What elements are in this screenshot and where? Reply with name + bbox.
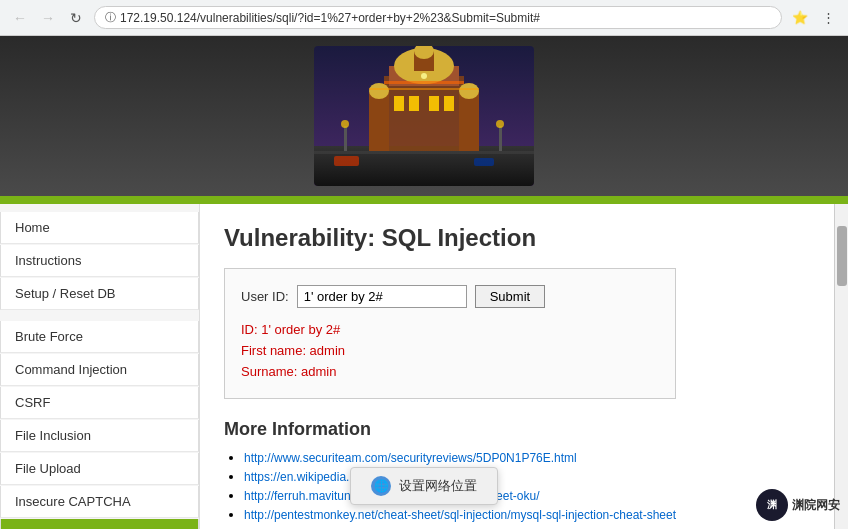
sidebar-item-home[interactable]: Home bbox=[0, 212, 199, 244]
svg-point-19 bbox=[496, 120, 504, 128]
sidebar-item-file-inclusion[interactable]: File Inclusion bbox=[0, 420, 199, 452]
browser-chrome: ← → ↻ ⓘ 172.19.50.124/vulnerabilities/sq… bbox=[0, 0, 848, 36]
svg-rect-14 bbox=[444, 96, 454, 111]
link-pentestmonkey[interactable]: http://pentestmonkey.net/cheat-sheet/sql… bbox=[244, 508, 676, 522]
sidebar-item-insecure-captcha[interactable]: Insecure CAPTCHA bbox=[0, 486, 199, 518]
green-bar bbox=[0, 196, 848, 204]
sidebar: Home Instructions Setup / Reset DB Brute… bbox=[0, 204, 200, 529]
scrollbar-thumb[interactable] bbox=[837, 226, 847, 286]
sidebar-item-brute-force[interactable]: Brute Force bbox=[0, 321, 199, 353]
svg-point-17 bbox=[341, 120, 349, 128]
svg-rect-24 bbox=[369, 88, 479, 90]
svg-rect-13 bbox=[429, 96, 439, 111]
toast-popup: 🌐 设置网络位置 bbox=[350, 467, 498, 505]
svg-point-15 bbox=[421, 73, 427, 79]
submit-button[interactable]: Submit bbox=[475, 285, 545, 308]
result-firstname-line: First name: admin bbox=[241, 341, 659, 362]
chrome-actions: ⭐ ⋮ bbox=[788, 6, 840, 30]
result-surname-line: Surname: admin bbox=[241, 362, 659, 383]
form-row: User ID: Submit bbox=[241, 285, 659, 308]
sidebar-item-command-injection[interactable]: Command Injection bbox=[0, 354, 199, 386]
address-bar[interactable]: ⓘ 172.19.50.124/vulnerabilities/sqli/?id… bbox=[94, 6, 782, 29]
svg-rect-2 bbox=[384, 76, 464, 151]
more-info-title: More Information bbox=[224, 419, 676, 440]
svg-rect-11 bbox=[394, 96, 404, 111]
header-image bbox=[314, 46, 534, 186]
svg-point-8 bbox=[369, 83, 389, 99]
svg-rect-18 bbox=[499, 126, 502, 151]
toast-text: 设置网络位置 bbox=[399, 477, 477, 495]
sidebar-item-sql-injection[interactable]: SQL Injection bbox=[0, 519, 199, 529]
forward-button[interactable]: → bbox=[36, 6, 60, 30]
reload-button[interactable]: ↻ bbox=[64, 6, 88, 30]
sidebar-item-instructions[interactable]: Instructions bbox=[0, 245, 199, 277]
svg-rect-20 bbox=[314, 151, 534, 154]
svg-rect-7 bbox=[369, 91, 389, 151]
back-button[interactable]: ← bbox=[8, 6, 32, 30]
sidebar-item-setup-reset[interactable]: Setup / Reset DB bbox=[0, 278, 199, 310]
svg-rect-16 bbox=[344, 126, 347, 151]
user-id-input[interactable] bbox=[297, 285, 467, 308]
watermark: 渊 渊院网安 bbox=[756, 489, 840, 521]
sidebar-divider-1 bbox=[0, 311, 199, 321]
nav-buttons: ← → ↻ bbox=[8, 6, 88, 30]
toast-icon: 🌐 bbox=[371, 476, 391, 496]
watermark-logo: 渊 bbox=[756, 489, 788, 521]
result-text: ID: 1' order by 2# First name: admin Sur… bbox=[241, 320, 659, 382]
user-id-label: User ID: bbox=[241, 289, 289, 304]
page-wrapper: Home Instructions Setup / Reset DB Brute… bbox=[0, 36, 848, 529]
svg-rect-12 bbox=[409, 96, 419, 111]
link-securiteam[interactable]: http://www.securiteam.com/securityreview… bbox=[244, 451, 577, 465]
form-box: User ID: Submit ID: 1' order by 2# First… bbox=[224, 268, 676, 399]
svg-rect-22 bbox=[474, 158, 494, 166]
list-item: http://www.securiteam.com/securityreview… bbox=[244, 450, 676, 465]
page-title: Vulnerability: SQL Injection bbox=[224, 224, 676, 252]
bookmark-button[interactable]: ⭐ bbox=[788, 6, 812, 30]
url-text: 172.19.50.124/vulnerabilities/sqli/?id=1… bbox=[120, 11, 771, 25]
sidebar-item-csrf[interactable]: CSRF bbox=[0, 387, 199, 419]
result-id-line: ID: 1' order by 2# bbox=[241, 320, 659, 341]
list-item: http://pentestmonkey.net/cheat-sheet/sql… bbox=[244, 507, 676, 522]
svg-point-10 bbox=[459, 83, 479, 99]
site-header bbox=[0, 36, 848, 196]
watermark-text: 渊院网安 bbox=[792, 497, 840, 514]
scrollbar-track[interactable] bbox=[834, 204, 848, 529]
svg-rect-9 bbox=[459, 91, 479, 151]
sidebar-item-file-upload[interactable]: File Upload bbox=[0, 453, 199, 485]
menu-button[interactable]: ⋮ bbox=[816, 6, 840, 30]
svg-rect-21 bbox=[334, 156, 359, 166]
lock-icon: ⓘ bbox=[105, 10, 116, 25]
svg-rect-23 bbox=[384, 81, 464, 84]
